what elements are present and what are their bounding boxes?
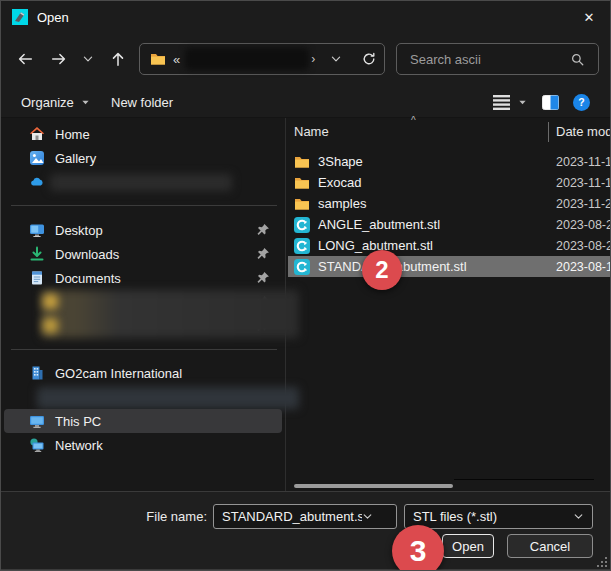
gallery-icon bbox=[29, 150, 45, 166]
redacted-label bbox=[50, 174, 232, 191]
file-row-exocad[interactable]: Exocad 2023-11-17 bbox=[288, 172, 610, 193]
search-icon bbox=[570, 52, 585, 67]
redacted-block bbox=[41, 290, 299, 338]
breadcrumb-arrow: › bbox=[311, 52, 315, 66]
open-button-label: Open bbox=[452, 539, 484, 554]
sidebar-item-thispc[interactable]: This PC bbox=[4, 409, 282, 433]
chevron-down-icon bbox=[81, 98, 90, 107]
file-date: 2023-08-10 bbox=[556, 260, 610, 274]
file-name-combobox[interactable] bbox=[213, 504, 397, 529]
this-pc-icon bbox=[29, 413, 45, 429]
organize-label: Organize bbox=[21, 95, 74, 110]
title-bar: Open ✕ bbox=[1, 1, 611, 33]
resize-grip[interactable] bbox=[595, 555, 607, 567]
file-name: ANGLE_abutment.stl bbox=[318, 217, 440, 232]
pin-icon bbox=[256, 271, 270, 285]
horizontal-scrollbar-thumb[interactable] bbox=[294, 484, 453, 488]
sidebar-item-home[interactable]: Home bbox=[4, 122, 282, 146]
up-icon bbox=[109, 50, 127, 68]
refresh-icon bbox=[361, 51, 377, 67]
recent-locations-button[interactable] bbox=[75, 43, 101, 75]
forward-button[interactable] bbox=[43, 43, 75, 75]
address-dropdown-button[interactable] bbox=[320, 44, 352, 74]
file-date: 2023-08-26 bbox=[556, 218, 610, 232]
onedrive-cloud-icon bbox=[29, 174, 45, 190]
back-button[interactable] bbox=[9, 43, 41, 75]
file-date: 2023-11-17 bbox=[556, 176, 610, 190]
address-bar[interactable]: « › bbox=[139, 43, 385, 75]
file-date: 2023-11-28 bbox=[556, 197, 610, 211]
chevron-down-icon bbox=[330, 53, 342, 65]
file-type-value: STL files (*.stl) bbox=[413, 509, 573, 524]
folder-icon bbox=[150, 51, 166, 67]
file-row-angle-abutment[interactable]: ANGLE_abutment.stl 2023-08-26 bbox=[288, 214, 610, 235]
organize-menu[interactable]: Organize bbox=[21, 86, 90, 118]
close-icon: ✕ bbox=[584, 10, 595, 25]
new-folder-button[interactable]: New folder bbox=[111, 86, 173, 118]
up-button[interactable] bbox=[102, 43, 134, 75]
downloads-icon bbox=[29, 246, 45, 262]
horizontal-scrollbar-track[interactable] bbox=[454, 479, 594, 480]
close-button[interactable]: ✕ bbox=[566, 1, 611, 33]
chevron-down-icon bbox=[82, 53, 94, 65]
file-date: 2023-08-26 bbox=[556, 239, 610, 253]
network-icon bbox=[29, 437, 45, 453]
open-button[interactable]: Open bbox=[442, 534, 494, 558]
list-view-icon bbox=[493, 95, 510, 110]
redacted-folder-icon bbox=[43, 318, 58, 333]
preview-pane-icon bbox=[542, 95, 559, 110]
window-title: Open bbox=[37, 10, 69, 25]
chevron-down-icon bbox=[518, 98, 527, 107]
sidebar-item-label: Downloads bbox=[55, 247, 119, 262]
cancel-button-label: Cancel bbox=[530, 539, 570, 554]
sidebar-item-desktop[interactable]: Desktop bbox=[4, 218, 282, 242]
search-placeholder: Search ascii bbox=[410, 52, 570, 67]
file-name-label: File name: bbox=[97, 504, 207, 529]
annotation-step-3-number: 3 bbox=[410, 534, 427, 568]
column-divider[interactable] bbox=[548, 122, 549, 142]
file-name: 3Shape bbox=[318, 154, 363, 169]
column-name-label: Name bbox=[294, 124, 329, 139]
help-icon: ? bbox=[573, 94, 590, 111]
sidebar-item-label: This PC bbox=[55, 414, 101, 429]
sidebar-item-label: Documents bbox=[55, 271, 121, 286]
sidebar-item-gallery[interactable]: Gallery bbox=[4, 146, 282, 170]
home-icon bbox=[29, 126, 45, 142]
open-dialog-window: Open ✕ « › Search ascii bbox=[0, 0, 611, 571]
cancel-button[interactable]: Cancel bbox=[507, 534, 593, 558]
file-type-dropdown[interactable]: STL files (*.stl) bbox=[404, 504, 593, 529]
file-name: Exocad bbox=[318, 175, 361, 190]
documents-icon bbox=[29, 270, 45, 286]
svg-text:?: ? bbox=[578, 96, 584, 108]
command-bar: Organize New folder ? bbox=[1, 86, 611, 118]
folder-icon bbox=[294, 196, 310, 212]
file-name-input[interactable] bbox=[222, 509, 362, 524]
new-folder-label: New folder bbox=[111, 95, 173, 110]
file-row-long-abutment[interactable]: LONG_abutment.stl 2023-08-26 bbox=[288, 235, 610, 256]
file-row-standard-abutment-selected[interactable]: STANDARD_abutment.stl 2023-08-10 bbox=[288, 256, 610, 277]
sidebar-item-label: GO2cam International bbox=[55, 366, 182, 381]
forward-icon bbox=[50, 50, 68, 68]
column-header-date-modified[interactable]: Date modified bbox=[556, 121, 611, 141]
sidebar-item-label: Gallery bbox=[55, 151, 96, 166]
sidebar-separator bbox=[11, 349, 277, 350]
sidebar-item-network[interactable]: Network bbox=[4, 433, 282, 457]
column-date-label: Date modified bbox=[556, 124, 611, 139]
breadcrumb-chevrons: « bbox=[173, 52, 180, 67]
search-input[interactable]: Search ascii bbox=[396, 43, 599, 75]
sidebar-item-label: Home bbox=[55, 127, 90, 142]
sidebar-item-onedrive[interactable] bbox=[4, 170, 282, 194]
file-date: 2023-11-17 bbox=[556, 155, 610, 169]
sidebar-item-documents[interactable]: Documents bbox=[4, 266, 282, 290]
file-row-3shape[interactable]: 3Shape 2023-11-17 bbox=[288, 151, 610, 172]
file-row-samples[interactable]: samples 2023-11-28 bbox=[288, 193, 610, 214]
sidebar-item-downloads[interactable]: Downloads bbox=[4, 242, 282, 266]
footer-bar bbox=[1, 491, 611, 571]
redacted-folder-icon bbox=[43, 294, 58, 309]
sidebar-item-go2cam[interactable]: GO2cam International bbox=[4, 361, 282, 385]
refresh-button[interactable] bbox=[353, 44, 385, 74]
view-mode-button[interactable] bbox=[493, 86, 527, 118]
column-header-name[interactable]: Name bbox=[294, 121, 544, 141]
preview-pane-button[interactable] bbox=[542, 86, 559, 118]
help-button[interactable]: ? bbox=[573, 86, 590, 118]
